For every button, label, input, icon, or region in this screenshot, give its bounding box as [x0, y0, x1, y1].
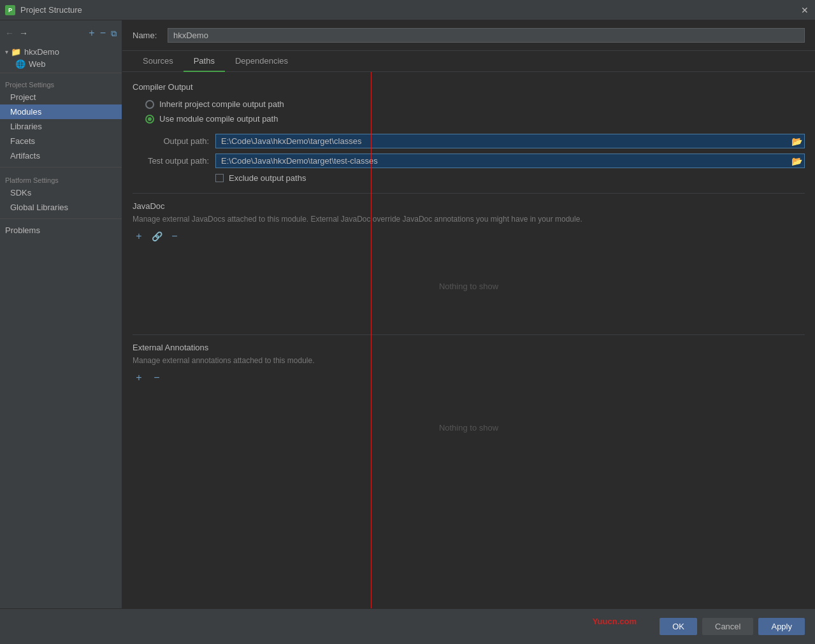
javadoc-nothing-to-show: Nothing to show — [133, 248, 805, 324]
external-annotations-title: External Annotations — [133, 343, 805, 352]
sidebar-item-problems[interactable]: Problems — [0, 223, 122, 238]
sidebar: ← → + − ⧉ ▾ 📁 hkxDemo 🌐 Web Project S — [0, 20, 122, 608]
project-settings-label: Project Settings — [0, 76, 122, 90]
sidebar-item-modules[interactable]: Modules — [0, 104, 122, 119]
project-structure-window: P Project Structure ✕ ← → + − ⧉ ▾ 📁 hkxD… — [0, 0, 815, 644]
apply-button[interactable]: Apply — [758, 618, 805, 635]
test-output-path-wrapper: 📂 — [215, 154, 805, 168]
external-annotations-nothing-to-show: Nothing to show — [133, 389, 805, 466]
tab-dependencies[interactable]: Dependencies — [225, 51, 298, 72]
output-path-input[interactable] — [215, 134, 805, 148]
javadoc-link-button[interactable]: 🔗 — [150, 230, 163, 243]
right-panel: Name: Sources Paths Dependencies — [122, 20, 815, 608]
nav-arrows: ← → + − ⧉ — [0, 25, 122, 43]
add-module-button[interactable]: + — [89, 28, 94, 38]
back-arrow-icon[interactable]: ← — [5, 28, 14, 38]
sidebar-item-project-label: Project — [10, 92, 36, 102]
sidebar-divider-2 — [0, 218, 122, 219]
title-bar: P Project Structure ✕ — [0, 0, 815, 20]
sidebar-item-sdks-label: SDKs — [10, 188, 31, 197]
tab-sources-label: Sources — [143, 56, 173, 66]
javadoc-description: Manage external JavaDocs attached to thi… — [133, 215, 805, 224]
cancel-button[interactable]: Cancel — [702, 618, 753, 635]
tab-dependencies-label: Dependencies — [235, 56, 288, 66]
sidebar-item-global-libraries-label: Global Libraries — [10, 203, 68, 212]
ok-button[interactable]: OK — [660, 618, 697, 635]
radio-inherit-circle — [145, 100, 154, 109]
javadoc-remove-button[interactable]: − — [168, 230, 181, 243]
problems-label: Problems — [5, 225, 40, 235]
name-input[interactable] — [168, 28, 805, 43]
test-output-path-label: Test output path: — [133, 156, 215, 166]
app-icon: P — [5, 5, 15, 15]
radio-use-module-circle — [145, 115, 154, 124]
module-name: hkxDemo — [24, 47, 59, 57]
copy-module-button[interactable]: ⧉ — [111, 29, 117, 38]
javadoc-section: JavaDoc Manage external JavaDocs attache… — [133, 193, 805, 324]
tabs-bar: Sources Paths Dependencies — [122, 51, 815, 72]
main-content: ← → + − ⧉ ▾ 📁 hkxDemo 🌐 Web Project S — [0, 20, 815, 608]
radio-use-module[interactable]: Use module compile output path — [145, 114, 805, 124]
folder-icon: 📁 — [11, 47, 21, 57]
sidebar-divider — [0, 167, 122, 168]
tab-sources[interactable]: Sources — [133, 51, 184, 72]
external-annotations-toolbar: + − — [133, 371, 805, 384]
exclude-label: Exclude output paths — [229, 173, 306, 183]
compiler-output-title: Compiler Output — [133, 82, 805, 92]
tab-paths-label: Paths — [194, 56, 215, 66]
remove-module-button[interactable]: − — [100, 28, 106, 38]
tree-item-hkxdemo[interactable]: ▾ 📁 hkxDemo — [0, 46, 122, 58]
exclude-checkbox[interactable] — [215, 174, 224, 182]
tree-item-web[interactable]: 🌐 Web — [0, 58, 122, 70]
output-path-label: Output path: — [133, 136, 215, 146]
sidebar-item-artifacts-label: Artifacts — [10, 151, 40, 161]
close-button[interactable]: ✕ — [800, 5, 810, 15]
expand-icon: ▾ — [5, 48, 8, 55]
external-annotations-section: External Annotations Manage external ann… — [133, 334, 805, 466]
name-label: Name: — [133, 31, 161, 40]
module-tree: ▾ 📁 hkxDemo 🌐 Web — [0, 43, 122, 73]
platform-settings-label: Platform Settings — [0, 171, 122, 185]
sidebar-item-facets[interactable]: Facets — [0, 134, 122, 148]
sidebar-item-global-libraries[interactable]: Global Libraries — [0, 200, 122, 215]
module-child-name: Web — [29, 59, 46, 69]
sidebar-item-modules-label: Modules — [10, 107, 41, 117]
external-annotations-remove-button[interactable]: − — [150, 371, 163, 384]
sidebar-item-project[interactable]: Project — [0, 90, 122, 104]
output-path-browse-button[interactable]: 📂 — [791, 136, 802, 147]
forward-arrow-icon[interactable]: → — [19, 28, 28, 38]
radio-group: Inherit project compile output path Use … — [133, 99, 805, 124]
javadoc-title: JavaDoc — [133, 201, 805, 211]
javadoc-add-button[interactable]: + — [133, 230, 145, 243]
sidebar-item-facets-label: Facets — [10, 136, 35, 146]
test-output-path-browse-button[interactable]: 📂 — [791, 156, 802, 166]
radio-inherit-label: Inherit project compile output path — [159, 99, 284, 109]
watermark-text: Yuucn.com — [593, 617, 637, 626]
tab-paths[interactable]: Paths — [184, 51, 225, 72]
name-row: Name: — [122, 20, 815, 51]
globe-icon: 🌐 — [15, 59, 25, 69]
external-annotations-add-button[interactable]: + — [133, 371, 145, 384]
bottom-bar: Yuucn.com OK Cancel Apply — [0, 608, 815, 644]
output-path-wrapper: 📂 — [215, 134, 805, 148]
javadoc-toolbar: + 🔗 − — [133, 230, 805, 243]
sidebar-item-libraries[interactable]: Libraries — [0, 119, 122, 134]
output-path-row: Output path: 📂 — [133, 134, 805, 148]
radio-inherit[interactable]: Inherit project compile output path — [145, 99, 805, 109]
test-output-path-input[interactable] — [215, 154, 805, 168]
exclude-checkbox-row: Exclude output paths — [133, 173, 805, 183]
test-output-path-row: Test output path: 📂 — [133, 154, 805, 168]
sidebar-item-artifacts[interactable]: Artifacts — [0, 148, 122, 163]
sidebar-item-libraries-label: Libraries — [10, 122, 42, 131]
sidebar-item-sdks[interactable]: SDKs — [0, 185, 122, 200]
radio-use-module-label: Use module compile output path — [159, 114, 278, 124]
window-title: Project Structure — [20, 5, 800, 15]
external-annotations-description: Manage external annotations attached to … — [133, 356, 805, 365]
content-area: Compiler Output Inherit project compile … — [122, 72, 815, 608]
